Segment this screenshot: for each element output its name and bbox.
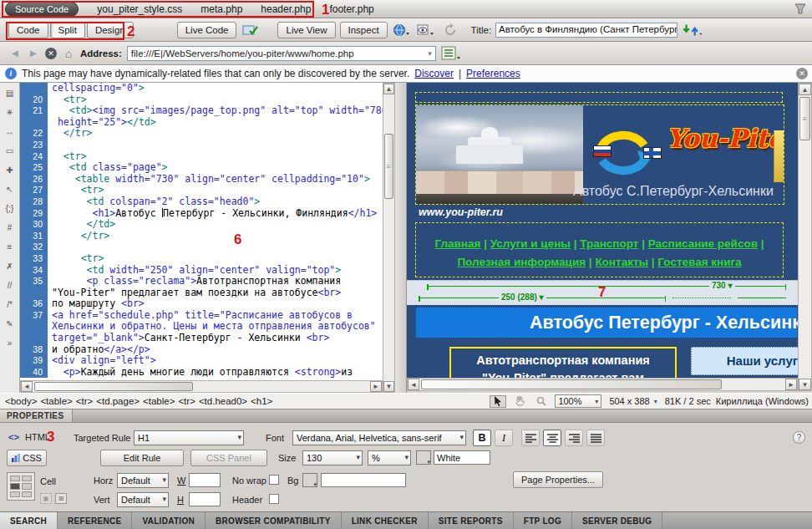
align-right-button[interactable]: [565, 430, 583, 446]
back-icon[interactable]: ◄: [8, 47, 22, 59]
css-mode-button[interactable]: CSS: [7, 450, 47, 466]
table-width-bar-730[interactable]: 730 ▾: [427, 286, 786, 287]
visual-aids-icon[interactable]: [416, 22, 436, 38]
syntax-error-alerts-icon[interactable]: ✗: [6, 262, 13, 271]
list-view-icon[interactable]: [441, 45, 461, 62]
size-dropdown[interactable]: 130 ▾: [302, 450, 363, 465]
bg-color-swatch[interactable]: [302, 473, 317, 487]
align-left-button[interactable]: [521, 430, 540, 446]
select-tool-icon[interactable]: [490, 395, 506, 408]
split-view-divider[interactable]: [395, 83, 407, 393]
results-tab-link-checker[interactable]: LINK CHECKER: [342, 512, 429, 529]
page-properties-button[interactable]: Page Properties...: [513, 471, 603, 488]
forward-icon[interactable]: ►: [27, 47, 40, 59]
align-justify-button[interactable]: [586, 430, 605, 446]
height-input[interactable]: [189, 492, 221, 506]
design-menu-cell[interactable]: Главная | Услуги и цены | Транспорт | Ра…: [415, 222, 784, 277]
tag-selector-item[interactable]: <table>: [40, 396, 72, 406]
results-tab-site-reports[interactable]: SITE REPORTS: [429, 512, 514, 529]
design-menu-link[interactable]: Гостевая книга: [657, 256, 741, 268]
size-unit-dropdown[interactable]: % ▾: [368, 450, 411, 465]
preferences-link[interactable]: Preferences: [466, 68, 520, 79]
design-horizontal-scrollbar[interactable]: ◄ ►: [407, 378, 798, 391]
design-header-image[interactable]: You-Piter Автобус С.Петербург-Хельсинки: [415, 104, 784, 205]
live-code-button[interactable]: Live Code: [177, 22, 237, 38]
title-input[interactable]: Автобус в Финляндию (Санкт Петербург - Х…: [495, 23, 678, 38]
italic-button[interactable]: I: [495, 430, 513, 446]
wrap-tag-icon[interactable]: ✎: [6, 320, 13, 328]
guide-dropdown-arrow-icon[interactable]: ▾: [540, 292, 544, 302]
tag-selector-item[interactable]: <h1>: [251, 396, 272, 406]
scroll-up-icon[interactable]: ▲: [383, 84, 394, 94]
nowrap-checkbox[interactable]: [269, 475, 279, 485]
services-header-cell[interactable]: Наши услуги: [691, 347, 798, 375]
tag-selector-item[interactable]: <tr>: [178, 396, 195, 406]
live-view-button[interactable]: Live View: [277, 22, 335, 38]
design-vertical-scrollbar[interactable]: ▲ ≡ ▼: [798, 83, 812, 391]
select-parent-tag-icon[interactable]: ↖: [6, 186, 13, 194]
text-color-swatch[interactable]: [416, 450, 431, 465]
scroll-down-icon[interactable]: ▼: [799, 379, 811, 390]
refresh-icon[interactable]: [440, 22, 460, 38]
scroll-right-icon[interactable]: ►: [785, 379, 797, 390]
code-vertical-scrollbar[interactable]: ▲ ≡ ▼: [383, 83, 395, 393]
design-menu-link[interactable]: Полезная информация: [457, 256, 586, 268]
edit-rule-button[interactable]: Edit Rule: [100, 450, 184, 466]
home-icon[interactable]: ⌂: [62, 47, 75, 60]
scroll-left-icon[interactable]: ◄: [408, 379, 419, 390]
bg-color-input[interactable]: [321, 473, 406, 487]
design-menu-link[interactable]: Контакты: [595, 256, 648, 268]
inspect-button[interactable]: Inspect: [340, 22, 388, 38]
zoom-tool-icon[interactable]: [533, 395, 550, 408]
zoom-level-combo[interactable]: 100% ▾: [555, 394, 601, 408]
align-center-button[interactable]: [543, 430, 561, 446]
code-hscroll-thumb[interactable]: [34, 382, 193, 391]
vert-dropdown[interactable]: Default ▾: [117, 492, 169, 507]
font-dropdown[interactable]: Verdana, Arial, Helvetica, sans-serif ▾: [292, 430, 466, 445]
stop-icon[interactable]: ✕: [45, 48, 57, 59]
discover-link[interactable]: Discover: [414, 68, 454, 79]
targeted-rule-dropdown[interactable]: H1 ▾: [134, 430, 244, 445]
design-page-top-row[interactable]: [415, 92, 783, 103]
file-get-put-icons[interactable]: [682, 22, 702, 38]
results-tab-browser-compatibility[interactable]: BROWSER COMPATIBILITY: [206, 512, 342, 529]
apply-comment-icon[interactable]: //: [8, 282, 13, 290]
help-icon[interactable]: ?: [793, 431, 805, 444]
more-icons-chevron[interactable]: »: [8, 339, 13, 348]
horz-dropdown[interactable]: Default ▾: [117, 473, 169, 488]
results-tab-reference[interactable]: REFERENCE: [58, 512, 132, 529]
design-view[interactable]: You-Piter Автобус С.Петербург-Хельсинки …: [407, 83, 798, 378]
code-editor[interactable]: cellspacing="0">20 <tr>21 <td><img src="…: [20, 83, 383, 380]
guide-dropdown-arrow-icon[interactable]: ▾: [728, 281, 732, 290]
header-checkbox[interactable]: [269, 494, 279, 504]
code-navigator-icon[interactable]: ✳: [6, 109, 13, 117]
tag-selector-item[interactable]: <tr>: [76, 396, 93, 406]
design-page-banner[interactable]: Автобус Петербург - Хельсинки: [415, 307, 798, 338]
design-hscroll-thumb[interactable]: [421, 379, 722, 389]
promo-cell[interactable]: Автотранспортная компания "You-Piter" пр…: [449, 347, 677, 378]
tag-selector-item[interactable]: <table>: [143, 396, 175, 406]
results-tab-validation[interactable]: VALIDATION: [132, 512, 206, 529]
design-menu-link[interactable]: Главная: [435, 237, 481, 250]
collapse-selection-icon[interactable]: ▭: [6, 147, 13, 155]
text-color-input[interactable]: White: [434, 450, 490, 465]
width-input[interactable]: [189, 473, 221, 487]
scroll-right-icon[interactable]: ►: [370, 381, 382, 392]
preview-in-browser-icon[interactable]: [392, 22, 412, 38]
highlight-invalid-code-icon[interactable]: ≡: [8, 243, 13, 252]
tag-selector-item[interactable]: <td.page>: [96, 396, 140, 406]
hand-tool-icon[interactable]: [511, 395, 528, 408]
table-width-bar-250[interactable]: 250 (288) ▾: [419, 298, 666, 298]
scroll-left-icon[interactable]: ◄: [21, 381, 33, 392]
results-tab-server-debug[interactable]: SERVER DEBUG: [572, 512, 662, 529]
results-tab-ftp-log[interactable]: FTP LOG: [514, 512, 572, 529]
filter-related-files-icon[interactable]: [794, 3, 807, 15]
check-page-icon[interactable]: [241, 22, 261, 38]
scroll-up-icon[interactable]: ▲: [799, 84, 811, 95]
balance-braces-icon[interactable]: {;}: [6, 205, 13, 213]
address-input[interactable]: file:///E|/WebServers/home/you-piter/www…: [127, 46, 436, 61]
tag-selector-item[interactable]: <body>: [5, 396, 37, 406]
css-panel-button[interactable]: CSS Panel: [190, 450, 267, 466]
design-scroll-thumb[interactable]: ≡: [799, 97, 810, 140]
merge-cells-icon[interactable]: ▣: [40, 493, 52, 504]
